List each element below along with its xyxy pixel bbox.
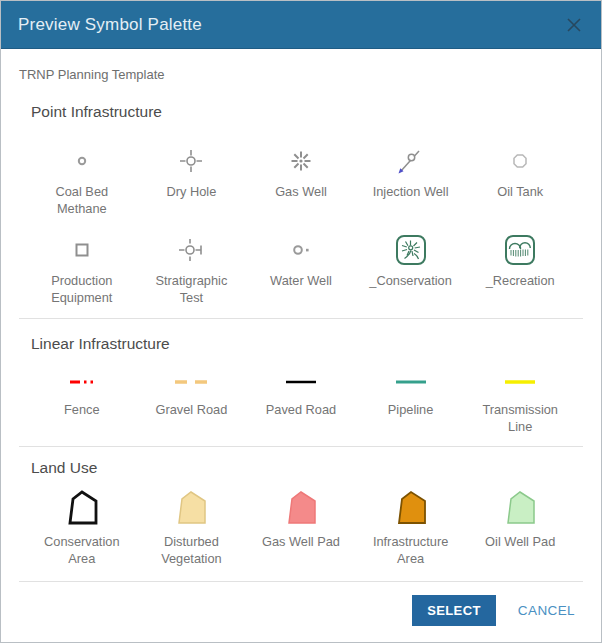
- symbol-label: Gas Well Pad: [256, 533, 346, 550]
- fence-line-icon: [47, 367, 117, 397]
- dialog-title: Preview Symbol Palette: [18, 15, 202, 35]
- symbol-label: Water Well: [264, 272, 338, 289]
- conservation-area-polygon-icon: [60, 485, 104, 529]
- select-button[interactable]: SELECT: [412, 595, 496, 626]
- palette-item-dry-hole: Dry Hole: [137, 121, 247, 218]
- gas-well-pad-polygon-icon: [279, 485, 323, 529]
- section-heading-land-use: Land Use: [31, 459, 601, 477]
- symbol-label: Transmission Line: [465, 401, 575, 436]
- palette-item-paved-road: Paved Road: [246, 353, 356, 436]
- palette-item-fence: Fence: [27, 353, 137, 436]
- disturbed-vegetation-polygon-icon: [169, 485, 213, 529]
- palette-item-gas-well-pad: Gas Well Pad: [246, 477, 356, 568]
- symbol-label: Coal Bed Methane: [27, 183, 137, 218]
- preview-symbol-palette-dialog: Preview Symbol Palette TRNP Planning Tem…: [0, 0, 602, 643]
- palette-item-pipeline: Pipeline: [356, 353, 466, 436]
- linear-infrastructure-grid: Fence Gravel Road Paved Road: [1, 353, 601, 436]
- palette-item-transmission-line: Transmission Line: [465, 353, 575, 436]
- water-well-icon: [281, 232, 321, 268]
- palette-item-oil-well-pad: Oil Well Pad: [465, 477, 575, 568]
- infrastructure-area-polygon-icon: [389, 485, 433, 529]
- palette-item-gas-well: Gas Well: [246, 121, 356, 218]
- dialog-footer: SELECT CANCEL: [1, 582, 601, 626]
- palette-item-recreation: _Recreation: [465, 218, 575, 307]
- symbol-label: Paved Road: [260, 401, 342, 418]
- template-name: TRNP Planning Template: [19, 67, 583, 82]
- palette-item-injection-well: Injection Well: [356, 121, 466, 218]
- symbol-label: Conservation Area: [27, 533, 137, 568]
- dialog-header: Preview Symbol Palette: [1, 1, 601, 49]
- symbol-label: Infrastructure Area: [356, 533, 466, 568]
- symbol-label: Gas Well: [269, 183, 333, 200]
- land-use-grid: Conservation Area Disturbed Vegetation G…: [1, 477, 601, 568]
- palette-item-gravel-road: Gravel Road: [137, 353, 247, 436]
- symbol-label: Disturbed Vegetation: [137, 533, 247, 568]
- coal-bed-methane-icon: [62, 143, 102, 179]
- oil-well-pad-polygon-icon: [498, 485, 542, 529]
- symbol-label: Gravel Road: [149, 401, 233, 418]
- symbol-label: Pipeline: [382, 401, 440, 418]
- symbol-label: Oil Tank: [491, 183, 549, 200]
- injection-well-icon: [391, 143, 431, 179]
- section-divider: [19, 318, 583, 319]
- symbol-label: Dry Hole: [161, 183, 223, 200]
- symbol-label: _Conservation: [363, 272, 458, 289]
- palette-item-conservation-area: Conservation Area: [27, 477, 137, 568]
- transmission-line-icon: [485, 367, 555, 397]
- symbol-label: Injection Well: [367, 183, 455, 200]
- oil-tank-icon: [500, 143, 540, 179]
- symbol-label: _Recreation: [480, 272, 561, 289]
- symbol-label: Stratigraphic Test: [137, 272, 247, 307]
- section-heading-point-infrastructure: Point Infrastructure: [31, 103, 601, 121]
- gravel-road-line-icon: [156, 367, 226, 397]
- palette-item-oil-tank: Oil Tank: [465, 121, 575, 218]
- section-divider: [19, 446, 583, 447]
- symbol-label: Oil Well Pad: [479, 533, 561, 550]
- cancel-link[interactable]: CANCEL: [518, 603, 575, 618]
- production-equipment-icon: [62, 232, 102, 268]
- point-infrastructure-grid-row2: Production Equipment Stratigraphic Test …: [1, 218, 601, 307]
- palette-item-infrastructure-area: Infrastructure Area: [356, 477, 466, 568]
- symbol-label: Production Equipment: [27, 272, 137, 307]
- palette-item-conservation: _Conservation: [356, 218, 466, 307]
- dry-hole-icon: [171, 143, 211, 179]
- gas-well-icon: [281, 143, 321, 179]
- conservation-marker-icon: [395, 232, 427, 268]
- symbol-label: Fence: [58, 401, 106, 418]
- palette-item-production-equipment: Production Equipment: [27, 218, 137, 307]
- section-heading-linear-infrastructure: Linear Infrastructure: [31, 335, 601, 353]
- stratigraphic-test-icon: [171, 232, 211, 268]
- palette-item-coal-bed-methane: Coal Bed Methane: [27, 121, 137, 218]
- palette-item-stratigraphic-test: Stratigraphic Test: [137, 218, 247, 307]
- palette-item-disturbed-vegetation: Disturbed Vegetation: [137, 477, 247, 568]
- paved-road-line-icon: [266, 367, 336, 397]
- pipeline-line-icon: [376, 367, 446, 397]
- close-icon[interactable]: [563, 14, 585, 36]
- recreation-marker-icon: [504, 232, 536, 268]
- palette-item-water-well: Water Well: [246, 218, 356, 307]
- point-infrastructure-grid-row1: Coal Bed Methane Dry Hole: [1, 121, 601, 218]
